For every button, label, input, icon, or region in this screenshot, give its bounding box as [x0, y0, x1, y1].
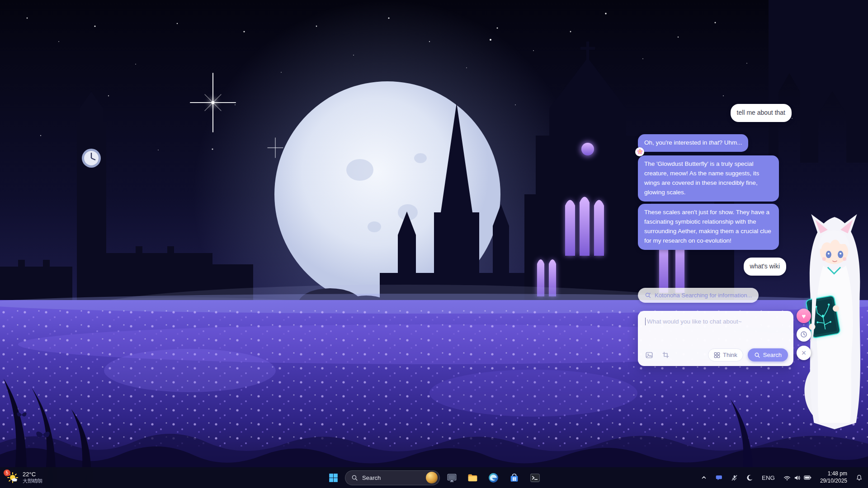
input-placeholder: What would you like to chat about~: [647, 318, 742, 325]
message-text: what's wiki: [750, 263, 780, 270]
mic-off-icon: [731, 474, 738, 481]
chat-message-assistant: Oh, you're interested in that? Uhm...: [638, 134, 748, 152]
windows-logo-icon: [329, 473, 338, 483]
edge-browser-icon: [488, 472, 499, 483]
search-status-chip: Kotonoha Searching for information...: [638, 288, 759, 303]
bell-icon: [856, 474, 863, 481]
tray-chat-button[interactable]: [713, 472, 724, 483]
close-chat-button[interactable]: ×: [797, 346, 811, 360]
favorite-heart-button[interactable]: ♥: [797, 309, 811, 323]
tray-clock[interactable]: 1:48 pm 29/10/2025: [818, 469, 849, 486]
battery-icon: [804, 475, 811, 480]
taskbar-tray: ENG 1:48 pm 29/10/2025: [699, 469, 864, 486]
message-text: The 'Glowdust Butterfly' is a truly spec…: [644, 160, 759, 196]
notification-badge: 5: [4, 469, 10, 476]
search-placeholder: Search: [362, 474, 381, 481]
folder-icon: [467, 472, 478, 483]
taskbar-app-edge[interactable]: [484, 469, 502, 487]
eye-right: [838, 251, 843, 258]
eye-left: [826, 251, 831, 258]
history-button[interactable]: [797, 327, 811, 342]
tray-focus-assist-button[interactable]: [745, 473, 755, 483]
message-text: Oh, you're interested in: [644, 139, 709, 146]
terminal-icon: [529, 472, 541, 483]
taskbar-weather-widget[interactable]: 5 22°C 大部晴朗: [6, 471, 42, 484]
companion-character[interactable]: [799, 211, 868, 431]
taskbar-app-file-explorer[interactable]: [463, 469, 481, 487]
search-icon: [351, 474, 358, 481]
notification-center-button[interactable]: [854, 473, 864, 483]
taskbar-center: Search: [324, 469, 544, 487]
start-button[interactable]: [324, 469, 342, 487]
heart-icon: ♥: [802, 312, 806, 320]
message-text: These scales aren't just for show. They …: [644, 209, 771, 244]
think-button[interactable]: Think: [708, 348, 743, 361]
taskbar-app-store[interactable]: [505, 469, 523, 487]
desktop: { "chat": { "messages": [ { "role": "use…: [0, 0, 868, 488]
chat-input[interactable]: What would you like to chat about~: [638, 311, 793, 325]
clock-time: 1:48 pm: [828, 470, 847, 477]
chat-message-assistant: The 'Glowdust Butterfly' is a truly spec…: [638, 155, 779, 202]
message-text: tell me about that: [737, 109, 785, 116]
search-sparkle-icon: [645, 292, 651, 299]
tray-overflow-button[interactable]: [699, 473, 708, 482]
text-caret: [645, 318, 646, 325]
chevron-up-icon: [701, 475, 707, 480]
crop-icon: [662, 351, 670, 359]
dress: [816, 265, 853, 422]
clock-date: 29/10/2025: [820, 478, 847, 484]
clock-icon: [800, 331, 807, 338]
taskbar-app-terminal[interactable]: [526, 469, 544, 487]
weather-sun-icon: 5: [6, 471, 19, 484]
chat-message-assistant: These scales aren't just for show. They …: [638, 204, 779, 250]
bubble-tail: [744, 139, 752, 147]
flower-icon: [637, 149, 643, 155]
microsoft-store-icon: [509, 472, 520, 483]
chat-input-panel: What would you like to chat about~: [638, 311, 793, 366]
think-icon: [714, 352, 720, 358]
status-text: Kotonoha Searching for information...: [655, 292, 752, 299]
chat-message-user: tell me about that: [731, 104, 792, 122]
taskbar: 5 22°C 大部晴朗 Search: [0, 467, 868, 488]
monitor-app-icon: [446, 472, 458, 483]
weather-temp: 22°C: [23, 471, 42, 478]
chat-actions-row: Think Search: [643, 348, 788, 361]
search-icon: [754, 352, 760, 358]
screenshot-crop-button[interactable]: [660, 349, 671, 361]
weather-condition: 大部晴朗: [23, 478, 42, 484]
attach-image-button[interactable]: [643, 349, 655, 361]
search-highlight-image: [426, 472, 438, 483]
tray-network-volume-button[interactable]: [782, 473, 813, 483]
taskbar-app-photos[interactable]: [443, 469, 461, 487]
tray-language-button[interactable]: ENG: [760, 473, 777, 483]
search-button[interactable]: Search: [748, 348, 788, 361]
hand: [833, 305, 839, 312]
tray-mic-muted-button[interactable]: [729, 473, 740, 483]
chat-bubble-icon: [715, 474, 722, 481]
taskbar-search-box[interactable]: Search: [345, 470, 440, 485]
close-icon: ×: [802, 349, 807, 357]
language-label: ENG: [762, 474, 775, 481]
chat-message-user: what's wiki: [744, 258, 786, 276]
image-icon: [645, 351, 653, 359]
companion-avatar: [635, 147, 644, 156]
crescent-moon-icon: [746, 474, 753, 481]
wifi-icon: [783, 475, 791, 481]
volume-icon: [794, 475, 801, 481]
